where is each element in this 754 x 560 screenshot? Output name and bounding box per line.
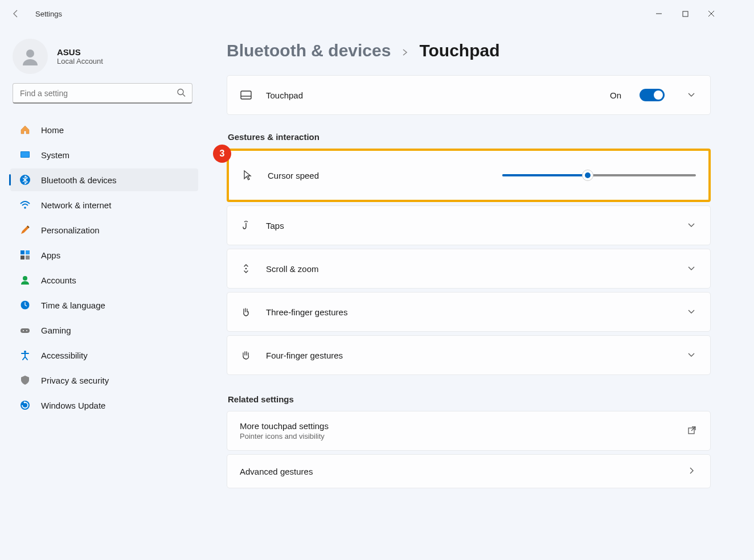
wifi-icon	[19, 199, 31, 211]
toggle-state: On	[610, 90, 621, 100]
system-icon	[19, 149, 31, 160]
chevron-down-icon[interactable]	[687, 90, 698, 100]
four-finger-row[interactable]: Four-finger gestures	[227, 335, 711, 375]
advanced-gestures-row[interactable]: Advanced gestures	[227, 454, 711, 488]
advanced-gestures-label: Advanced gestures	[240, 467, 313, 476]
user-account-type: Local Account	[57, 57, 103, 65]
svg-rect-21	[241, 91, 251, 99]
sidebar-item-network[interactable]: Network & internet	[10, 193, 198, 216]
sidebar-item-label: Personalization	[41, 225, 100, 235]
paintbrush-icon	[19, 224, 31, 236]
sidebar-item-time[interactable]: Time & language	[10, 294, 198, 316]
minimize-button[interactable]	[646, 5, 672, 23]
person-icon	[19, 274, 31, 286]
sidebar: ASUS Local Account Home System	[0, 27, 205, 542]
sidebar-item-label: Home	[41, 125, 64, 135]
maximize-button[interactable]	[672, 5, 698, 23]
touchpad-icon	[240, 89, 252, 101]
more-touchpad-label: More touchpad settings	[240, 421, 329, 431]
taps-row[interactable]: Taps	[227, 205, 711, 245]
sidebar-item-accounts[interactable]: Accounts	[10, 269, 198, 291]
three-finger-label: Three-finger gestures	[266, 307, 347, 317]
svg-point-13	[23, 276, 27, 281]
svg-line-4	[183, 94, 185, 97]
back-button[interactable]	[5, 2, 27, 25]
search-icon	[177, 88, 186, 99]
sidebar-item-home[interactable]: Home	[10, 118, 198, 141]
svg-point-18	[26, 330, 27, 331]
sidebar-item-label: Accounts	[41, 275, 76, 285]
chevron-down-icon	[687, 351, 698, 360]
svg-point-2	[26, 50, 34, 57]
window-controls	[646, 5, 724, 23]
search-input[interactable]	[13, 83, 192, 104]
touchpad-toggle-card[interactable]: Touchpad On	[227, 75, 711, 115]
clock-globe-icon	[19, 299, 31, 311]
sidebar-item-label: Bluetooth & devices	[41, 175, 117, 185]
cursor-icon	[241, 170, 254, 181]
svg-rect-11	[21, 256, 24, 260]
svg-rect-12	[26, 256, 30, 260]
scroll-icon	[240, 263, 252, 274]
four-finger-label: Four-finger gestures	[266, 351, 343, 360]
sidebar-item-gaming[interactable]: Gaming	[10, 319, 198, 341]
user-name: ASUS	[57, 47, 103, 57]
svg-point-17	[23, 330, 24, 331]
sidebar-item-privacy[interactable]: Privacy & security	[10, 369, 198, 392]
user-block[interactable]: ASUS Local Account	[0, 32, 205, 83]
more-touchpad-row[interactable]: More touchpad settings Pointer icons and…	[227, 411, 711, 451]
sidebar-item-update[interactable]: Windows Update	[10, 394, 198, 417]
svg-point-3	[178, 89, 183, 95]
apps-icon	[19, 249, 31, 261]
hand-icon	[240, 306, 252, 318]
cursor-speed-slider[interactable]	[502, 174, 696, 176]
sidebar-item-label: Network & internet	[41, 200, 111, 210]
sidebar-item-apps[interactable]: Apps	[10, 244, 198, 266]
nav-list: Home System Bluetooth & devices Network …	[0, 114, 205, 419]
breadcrumb-parent[interactable]: Bluetooth & devices	[227, 41, 391, 60]
gamepad-icon	[19, 324, 31, 336]
avatar	[13, 39, 48, 74]
svg-rect-9	[21, 250, 24, 254]
sidebar-item-label: Apps	[41, 250, 60, 260]
section-related: Related settings	[228, 394, 711, 404]
close-button[interactable]	[698, 5, 724, 23]
sidebar-item-accessibility[interactable]: Accessibility	[10, 344, 198, 367]
hand-four-icon	[240, 349, 252, 361]
breadcrumb-current: Touchpad	[419, 41, 499, 60]
open-external-icon	[687, 426, 698, 437]
cursor-speed-highlight: Cursor speed	[227, 149, 711, 202]
chevron-right-icon	[687, 467, 698, 476]
accessibility-icon	[19, 349, 31, 361]
more-touchpad-sub: Pointer icons and visibility	[240, 432, 329, 440]
sidebar-item-bluetooth[interactable]: Bluetooth & devices	[10, 168, 198, 191]
app-title: Settings	[35, 10, 62, 18]
svg-rect-6	[21, 152, 29, 157]
sidebar-item-label: Gaming	[41, 326, 71, 335]
sidebar-item-system[interactable]: System	[10, 143, 198, 166]
touchpad-label: Touchpad	[266, 90, 303, 100]
main-content: Bluetooth & devices Touchpad Touchpad On	[205, 27, 729, 542]
taps-label: Taps	[266, 221, 284, 230]
sidebar-item-label: Privacy & security	[41, 376, 109, 385]
breadcrumb: Bluetooth & devices Touchpad	[227, 41, 711, 60]
chevron-down-icon	[687, 221, 698, 230]
cursor-speed-label: Cursor speed	[268, 171, 319, 180]
update-icon	[19, 400, 31, 411]
svg-rect-16	[21, 328, 30, 333]
callout-badge: 3	[213, 145, 231, 163]
svg-rect-1	[683, 11, 688, 17]
svg-point-19	[24, 351, 26, 353]
svg-rect-10	[26, 250, 30, 254]
sidebar-item-personalization[interactable]: Personalization	[10, 219, 198, 241]
sidebar-item-label: Time & language	[41, 300, 105, 310]
bluetooth-icon	[19, 174, 31, 186]
chevron-right-icon	[401, 46, 409, 59]
touchpad-toggle[interactable]	[640, 89, 665, 101]
chevron-down-icon	[687, 307, 698, 317]
three-finger-row[interactable]: Three-finger gestures	[227, 292, 711, 332]
scroll-zoom-row[interactable]: Scroll & zoom	[227, 249, 711, 289]
home-icon	[19, 124, 31, 135]
svg-point-8	[24, 207, 26, 209]
sidebar-item-label: System	[41, 150, 69, 160]
